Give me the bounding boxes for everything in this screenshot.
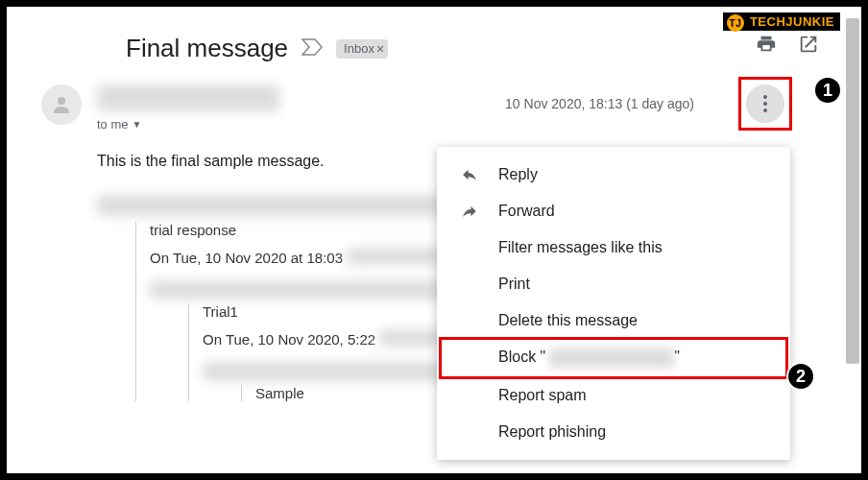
menu-label: Reply (498, 166, 538, 183)
more-options-button[interactable] (746, 84, 784, 123)
menu-print[interactable]: Print (437, 266, 790, 302)
sender-avatar[interactable] (41, 84, 82, 125)
show-details-icon[interactable]: ▼ (133, 119, 142, 130)
redacted-line (97, 195, 443, 216)
menu-filter[interactable]: Filter messages like this (437, 229, 790, 266)
remove-label-icon[interactable]: × (376, 41, 384, 57)
open-new-window-icon[interactable] (798, 34, 819, 59)
svg-point-0 (58, 97, 65, 105)
menu-report-spam[interactable]: Report spam (437, 377, 790, 414)
annotation-highlight-1 (738, 77, 792, 131)
annotation-badge-2: 2 (786, 362, 815, 391)
app-frame: TECHJUNKIE Final message Inbox × (6, 6, 862, 474)
thread-actions (756, 34, 819, 59)
message-meta-actions: 10 Nov 2020, 18:13 (1 day ago) (505, 84, 784, 123)
timestamp: 10 Nov 2020, 18:13 (1 day ago) (505, 96, 694, 111)
menu-label: Report phishing (498, 423, 606, 441)
menu-reply[interactable]: Reply (437, 156, 790, 193)
menu-label: Filter messages like this (498, 239, 663, 256)
menu-label: Block "" (498, 348, 680, 368)
subject-text: Final message (126, 34, 288, 63)
message-context-menu: Reply Forward Filter messages like this … (437, 147, 790, 460)
print-icon[interactable] (756, 34, 777, 59)
message-header-row: to me ▼ 10 Nov 2020, 18:13 (1 day ago) (41, 84, 827, 132)
reply-icon (458, 166, 481, 183)
inbox-label-chip[interactable]: Inbox × (336, 39, 388, 59)
menu-block-sender[interactable]: Block "" (437, 339, 790, 377)
menu-label: Delete this message (498, 312, 638, 329)
redacted-sender (549, 348, 674, 368)
redacted-inline (347, 248, 443, 265)
inbox-label-text: Inbox (344, 41, 374, 56)
annotation-badge-1: 1 (813, 76, 842, 105)
importance-marker-icon[interactable] (301, 36, 323, 61)
email-content: Final message Inbox × (7, 7, 861, 473)
menu-label: Report spam (498, 387, 587, 404)
menu-label: Forward (498, 203, 555, 220)
subject-row: Final message Inbox × (126, 34, 827, 63)
recipient-text: to me (97, 117, 129, 132)
menu-report-phishing[interactable]: Report phishing (437, 414, 790, 450)
menu-label: Print (498, 276, 530, 293)
forward-icon (458, 203, 481, 220)
menu-delete[interactable]: Delete this message (437, 302, 790, 339)
menu-forward[interactable]: Forward (437, 193, 790, 229)
sender-name-redacted (97, 84, 279, 111)
